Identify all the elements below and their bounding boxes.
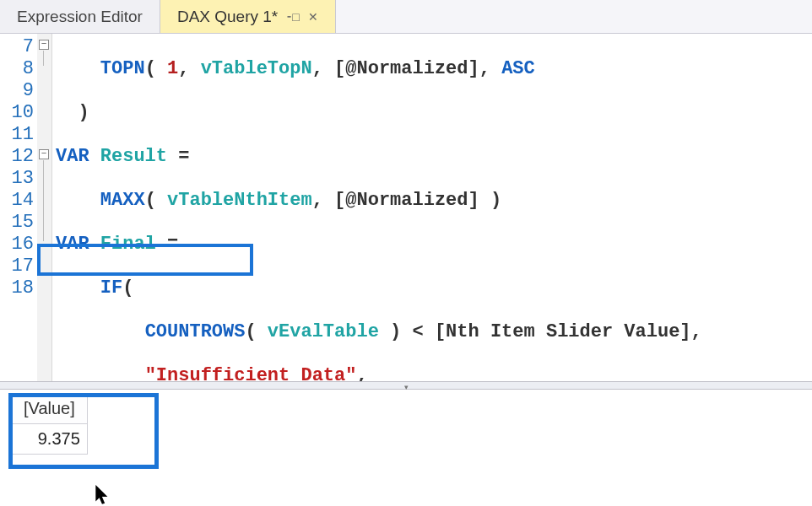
tok: , <box>479 58 501 79</box>
tab-label: Expression Editor <box>17 8 143 26</box>
tok: , <box>312 58 334 79</box>
line-number: 18 <box>0 277 37 299</box>
line-number: 11 <box>0 124 37 146</box>
tok-fn: TOPN <box>100 58 145 79</box>
tab-strip: Expression Editor DAX Query 1* ⁃□ ✕ <box>0 0 812 34</box>
tok: ( <box>245 321 267 342</box>
tok: = <box>167 234 178 255</box>
line-number: 13 <box>0 168 37 190</box>
tok-col: [Nth Item Slider Value] <box>424 321 691 342</box>
line-number: 10 <box>0 102 37 124</box>
tok: ( <box>145 190 167 211</box>
fold-line <box>43 160 44 241</box>
tok: ) <box>479 190 501 211</box>
results-table: [Value] 9.375 <box>11 393 88 455</box>
tok: = <box>178 146 189 167</box>
line-number: 16 <box>0 234 37 256</box>
code-content[interactable]: TOPN( 1, vTableTopN, [@Normalized], ASC … <box>52 34 812 381</box>
tok-num: 1 <box>167 58 178 79</box>
tab-expression-editor[interactable]: Expression Editor <box>0 0 160 33</box>
tok-fn: IF <box>100 277 122 299</box>
tok-kw: ASC <box>501 58 535 79</box>
close-icon[interactable]: ✕ <box>308 10 318 24</box>
tab-label: DAX Query 1* <box>177 8 278 26</box>
tok: < <box>413 321 424 342</box>
tok-var: Result <box>89 146 179 167</box>
result-cell[interactable]: 9.375 <box>12 424 88 455</box>
line-number: 7 <box>0 36 37 58</box>
line-number: 14 <box>0 190 37 212</box>
line-number: 8 <box>0 58 37 80</box>
fold-toggle-icon[interactable]: − <box>39 149 49 159</box>
chevron-down-icon: ▾ <box>404 383 409 391</box>
tok: ) <box>379 321 413 342</box>
tok-col: [@Normalized] <box>334 190 479 211</box>
pin-icon[interactable]: ⁃□ <box>286 10 299 24</box>
tok-tbl: vTableTopN <box>201 58 312 79</box>
line-number: 12 <box>0 146 37 168</box>
fold-line <box>43 51 44 66</box>
tok: ( <box>145 58 167 79</box>
tok-kw: VAR <box>56 234 89 255</box>
pane-splitter[interactable]: ▾ <box>0 381 812 390</box>
tok-kw: VAR <box>56 146 89 167</box>
results-pane: [Value] 9.375 <box>0 393 812 506</box>
tab-dax-query[interactable]: DAX Query 1* ⁃□ ✕ <box>160 0 336 33</box>
line-number-gutter: 7 8 9 10 11 12 13 14 15 16 17 18 <box>0 34 37 381</box>
tok-tbl: vEvalTable <box>268 321 379 342</box>
tok: , <box>356 365 367 381</box>
fold-gutter: − − <box>37 34 52 381</box>
tok-col: [@Normalized] <box>334 58 479 79</box>
tok-fn: COUNTROWS <box>145 321 246 342</box>
tok-var: Final <box>89 234 167 255</box>
tok: , <box>312 190 334 211</box>
tok-fn: MAXX <box>100 190 145 211</box>
line-number: 15 <box>0 212 37 234</box>
line-number: 17 <box>0 256 37 277</box>
tok-tbl: vTableNthItem <box>167 190 312 211</box>
line-number: 9 <box>0 80 37 102</box>
tok: , <box>691 321 702 342</box>
result-header[interactable]: [Value] <box>12 394 88 424</box>
fold-toggle-icon[interactable]: − <box>39 40 49 50</box>
tok: ( <box>122 277 133 299</box>
code-editor[interactable]: 7 8 9 10 11 12 13 14 15 16 17 18 − − TOP… <box>0 34 812 381</box>
tok: , <box>178 58 200 79</box>
tok: ) <box>78 102 89 123</box>
tok-str: "Insufficient Data" <box>145 365 357 381</box>
